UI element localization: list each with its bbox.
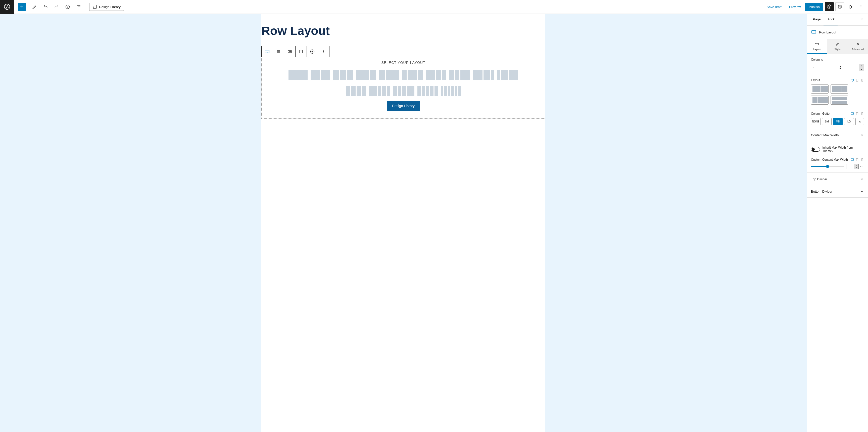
block-type-button[interactable]: [261, 46, 273, 57]
columns-decrease[interactable]: [811, 66, 817, 69]
jetpack-button[interactable]: [835, 2, 844, 11]
desktop-icon[interactable]: [850, 79, 854, 82]
layout-grid: [811, 85, 864, 105]
row-layout-icon: [811, 29, 816, 35]
layout-2col-equal[interactable]: [311, 70, 330, 80]
editor-canvas[interactable]: Row Layout: [261, 14, 545, 432]
tab-style[interactable]: Style: [827, 39, 848, 54]
save-draft-button[interactable]: Save draft: [764, 3, 784, 11]
width-device-toggles: [850, 158, 864, 162]
svg-rect-2: [93, 5, 96, 8]
add-block-button[interactable]: [18, 3, 26, 11]
columns-spin-up[interactable]: ▲: [859, 64, 864, 68]
add-section-button[interactable]: [307, 46, 318, 57]
width-slider-row: ▲ ▼ PX: [811, 164, 864, 169]
svg-rect-28: [851, 159, 854, 161]
inherit-toggle-row: Inherit Max Width from Theme?: [811, 145, 864, 154]
undo-button[interactable]: [41, 2, 50, 11]
layout-3col-midwide[interactable]: [402, 70, 423, 80]
tablet-icon[interactable]: [856, 158, 859, 162]
width-input[interactable]: ▲ ▼: [846, 164, 859, 169]
settings-sidebar: Page Block Row Layout Layout Style: [807, 14, 868, 432]
columns-label: Columns: [811, 58, 864, 61]
layout-equal[interactable]: [811, 85, 829, 93]
block-name: Row Layout: [819, 30, 836, 34]
layout-3col-equal[interactable]: [333, 70, 353, 80]
tab-page[interactable]: Page: [810, 14, 824, 25]
design-library-button[interactable]: Design Library: [89, 3, 124, 11]
tab-advanced[interactable]: Advanced: [848, 39, 868, 54]
wordpress-logo[interactable]: [0, 0, 14, 14]
layout-3col-leftwide[interactable]: [426, 70, 446, 80]
width-unit[interactable]: PX: [859, 164, 864, 169]
top-divider-header[interactable]: Top Divider: [807, 173, 868, 185]
gutter-none[interactable]: NONE: [811, 118, 820, 125]
list-view-button[interactable]: [74, 2, 83, 11]
width-slider[interactable]: [811, 166, 844, 167]
svg-point-18: [857, 43, 858, 44]
settings-tabs: Layout Style Advanced: [807, 39, 868, 54]
layout-right-heavy[interactable]: [811, 95, 829, 105]
layout-options: [269, 70, 537, 96]
width-spin-down[interactable]: ▼: [854, 167, 859, 169]
svg-point-3: [829, 6, 830, 7]
layout-2col-right[interactable]: [379, 70, 399, 80]
layout-3col-rightwide[interactable]: [449, 70, 470, 80]
placeholder-title: SELECT YOUR LAYOUT: [269, 61, 537, 65]
gutter-label: Column Gutter: [811, 112, 831, 115]
layout-3col-firsthalf[interactable]: [473, 70, 494, 80]
width-button[interactable]: [284, 46, 295, 57]
align-button[interactable]: [273, 46, 284, 57]
svg-rect-22: [862, 79, 863, 81]
layout-2col-left[interactable]: [356, 70, 376, 80]
block-more-button[interactable]: [318, 46, 329, 57]
close-sidebar-button[interactable]: [859, 16, 865, 23]
svg-point-15: [323, 53, 324, 53]
desktop-icon[interactable]: [850, 112, 854, 115]
layout-stacked[interactable]: [831, 95, 848, 105]
mobile-icon[interactable]: [861, 112, 864, 115]
width-spin-up[interactable]: ▲: [854, 164, 859, 167]
settings-toggle-button[interactable]: [825, 2, 834, 11]
svg-point-27: [860, 122, 860, 122]
svg-rect-24: [857, 112, 858, 115]
more-options-button[interactable]: [857, 2, 866, 11]
mobile-icon[interactable]: [861, 158, 864, 162]
preview-button[interactable]: Preview: [786, 3, 804, 11]
columns-input[interactable]: 2 ▲ ▼: [817, 64, 864, 71]
layout-6col[interactable]: [441, 86, 461, 96]
layout-4col-rightwide[interactable]: [393, 86, 414, 96]
top-toolbar: Design Library Save draft Preview Publis…: [0, 0, 868, 14]
gutter-sm[interactable]: SM: [822, 118, 832, 125]
publish-button[interactable]: Publish: [805, 3, 823, 11]
layout-4col-leftwide[interactable]: [369, 86, 390, 96]
bottom-divider-header[interactable]: Bottom Divider: [807, 185, 868, 198]
inherit-toggle[interactable]: [811, 147, 820, 152]
tab-block[interactable]: Block: [824, 14, 838, 25]
gutter-custom[interactable]: [856, 118, 864, 125]
redo-button[interactable]: [52, 2, 61, 11]
gutter-md[interactable]: MD: [833, 118, 843, 125]
mobile-icon[interactable]: [861, 79, 864, 82]
layout-1col[interactable]: [288, 70, 308, 80]
tab-layout[interactable]: Layout: [807, 39, 827, 54]
svg-point-13: [323, 50, 324, 51]
columns-spin-down[interactable]: ▼: [859, 68, 864, 71]
sidebar-tabs: Page Block: [807, 14, 868, 26]
placeholder-design-library-button[interactable]: Design Library: [387, 101, 420, 111]
design-library-label: Design Library: [99, 5, 121, 9]
layout-5col[interactable]: [417, 86, 438, 96]
tablet-icon[interactable]: [856, 112, 859, 115]
layout-left-heavy[interactable]: [831, 85, 848, 93]
tablet-icon[interactable]: [856, 79, 859, 82]
content-max-width-header[interactable]: Content Max Width: [807, 129, 868, 141]
gutter-lg[interactable]: LG: [844, 118, 854, 125]
edit-mode-button[interactable]: [30, 2, 39, 11]
layout-4col[interactable]: [346, 86, 366, 96]
desktop-icon[interactable]: [850, 158, 854, 162]
vertical-align-button[interactable]: [296, 46, 307, 57]
kadence-button[interactable]: [846, 2, 855, 11]
layout-3col-lasthalf[interactable]: [497, 70, 518, 80]
info-button[interactable]: [63, 2, 72, 11]
page-title[interactable]: Row Layout: [261, 24, 545, 38]
